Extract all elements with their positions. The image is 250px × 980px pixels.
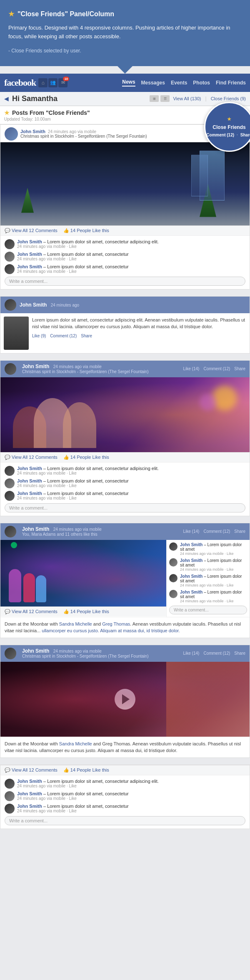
messages-nav-icon[interactable]: ✉ 10 — [58, 78, 68, 87]
nav-photos[interactable]: Photos — [193, 80, 210, 86]
post3-view-comments[interactable]: 💬 View All 12 Comments — [5, 455, 58, 460]
comment-text-2: – Lorem ipsum dolor sit amet, consectetu… — [43, 252, 129, 257]
nav-find-friends[interactable]: Find Friends — [216, 80, 246, 86]
post4-view-comments[interactable]: 💬 View All 12 Comments — [5, 609, 58, 614]
comment-author-3[interactable]: John Smith — [17, 264, 42, 269]
c3-like-1[interactable]: Like — [69, 471, 77, 475]
comment-row: John Smith – Lorem ipsum dolor sit amet,… — [5, 779, 245, 789]
comment-icon: 💬 — [5, 228, 10, 233]
c3-author-2[interactable]: John Smith — [17, 478, 42, 483]
c6-author-2[interactable]: John Smith — [17, 791, 42, 796]
c6-like-3[interactable]: Like — [69, 809, 77, 813]
post2-like[interactable]: Like (9) — [32, 334, 46, 338]
post5-share[interactable]: Share — [234, 651, 245, 656]
post4-image-side: 💬 View All 12 Comments 👍 14 People Like … — [0, 540, 166, 617]
c3-author-3[interactable]: John Smith — [17, 491, 42, 496]
posts-header: ★ Posts From "Close Friends" Updated Tod… — [0, 106, 250, 124]
post2-author[interactable]: John Smith — [20, 302, 47, 308]
comment-row: John Smith – Lorem ipsum dolor sit amet … — [169, 542, 247, 556]
view-all-link[interactable]: View All (130) — [173, 96, 201, 101]
c4-author-3[interactable]: John Smith — [180, 574, 202, 579]
post3-header: John Smith 24 minutes ago via mobile Chr… — [0, 361, 250, 377]
message-badge: 10 — [63, 77, 69, 81]
c6-like-1[interactable]: Like — [69, 784, 77, 788]
c6-author-3[interactable]: John Smith — [17, 804, 42, 809]
post3-author[interactable]: John Smith — [22, 364, 49, 369]
post6-write-comment[interactable]: Write a comment... — [5, 816, 245, 825]
featured-author[interactable]: John Smith — [20, 129, 45, 134]
post6-view-comments[interactable]: 💬 View All 12 Comments — [5, 767, 58, 773]
post3-like-count[interactable]: 👍 14 People Like this — [63, 455, 109, 460]
post2-comment[interactable]: Comment (12) — [50, 334, 77, 338]
c4-author-2[interactable]: John Smith — [180, 558, 202, 563]
post6-comments: John Smith – Lorem ipsum dolor sit amet,… — [0, 775, 250, 829]
comment-row: John Smith – Lorem ipsum dolor sit amet … — [169, 574, 247, 587]
c6-author-1[interactable]: John Smith — [17, 779, 42, 784]
close-friends-nav-link[interactable]: Close Friends (9) — [211, 96, 246, 101]
post4-like-count[interactable]: 👍 14 People Like this — [63, 609, 109, 614]
c4-like-3[interactable]: Like — [227, 583, 234, 587]
write-comment-input[interactable]: Write a comment... — [5, 277, 245, 286]
post4-read-more[interactable]: ullamcorper eu cursus justo. Aliquam at … — [42, 628, 180, 633]
nav-news[interactable]: News — [122, 79, 135, 87]
like-link-1[interactable]: Like — [69, 244, 77, 249]
post5-like[interactable]: Like (14) — [183, 651, 200, 656]
post4-tag-greg[interactable]: Greg Thomas — [102, 621, 130, 626]
c4-author-1[interactable]: John Smith — [180, 542, 202, 547]
post4-split-comments: John Smith – Lorem ipsum dolor sit amet … — [167, 540, 250, 617]
list-view-btn[interactable]: ☰ — [160, 95, 170, 102]
c4-author-4[interactable]: John Smith — [180, 590, 202, 594]
comment-row: John Smith – Lorem ipsum dolor sit amet … — [169, 590, 247, 603]
post5-tag-sandra[interactable]: Sandra Michelle — [59, 741, 92, 746]
hero-title: ★ "Close Friends" Panel/Column — [8, 10, 242, 18]
grid-view-btn[interactable]: ⊞ — [150, 95, 159, 102]
facebook-logo: facebook — [4, 77, 36, 88]
nav-events[interactable]: Events — [171, 80, 187, 86]
like-icon: 👍 — [63, 228, 69, 233]
view-comments-action[interactable]: 💬 View All 12 Comments — [5, 228, 58, 233]
comment-author-1[interactable]: John Smith — [17, 239, 42, 244]
home-nav-icon[interactable]: ⌂ — [38, 78, 48, 87]
like-link-3[interactable]: Like — [69, 269, 77, 274]
post3-comment-action[interactable]: Comment (12) — [203, 366, 230, 371]
post3-like-action[interactable]: Like (14) — [183, 366, 200, 371]
post3-share-action[interactable]: Share — [234, 366, 245, 371]
c6-like-2[interactable]: Like — [69, 796, 77, 801]
divider-2 — [0, 357, 250, 360]
comment-avatar-1 — [5, 239, 15, 249]
like-action[interactable]: 👍 14 People Like this — [63, 228, 109, 233]
post5-author[interactable]: John Smith — [22, 648, 49, 654]
c3-author-1[interactable]: John Smith — [17, 466, 42, 471]
c4-like-4[interactable]: Like — [227, 599, 234, 603]
post5-comment[interactable]: Comment (12) — [203, 651, 230, 656]
c4-like-1[interactable]: Like — [227, 552, 234, 556]
cf-share-link[interactable]: Share — [240, 133, 250, 137]
post3-write-comment[interactable]: Write a comment... — [5, 503, 245, 512]
post4-share[interactable]: Share — [234, 529, 245, 534]
comment-author-2[interactable]: John Smith — [17, 252, 42, 257]
post2-share[interactable]: Share — [81, 334, 92, 338]
post4-card: John Smith 24 minutes ago via mobile You… — [0, 523, 250, 638]
c3-like-2[interactable]: Like — [69, 483, 77, 488]
friends-nav-icon[interactable]: 👥 — [48, 78, 58, 87]
nav-messages[interactable]: Messages — [141, 80, 165, 86]
back-icon[interactable]: ◀ — [4, 95, 9, 102]
cf-title: Close Friends — [212, 124, 245, 130]
like-link-2[interactable]: Like — [69, 257, 77, 261]
c4-like-2[interactable]: Like — [227, 567, 234, 572]
comment-row: John Smith – Lorem ipsum dolor sit amet,… — [5, 239, 245, 249]
post6-like-count[interactable]: 👍 14 People Like this — [63, 767, 109, 773]
featured-time: 24 minutes ago via mobile — [48, 129, 96, 134]
comment-avatar-2 — [5, 252, 15, 262]
post4-comment[interactable]: Comment (12) — [203, 529, 230, 534]
featured-post-image — [0, 142, 250, 225]
c3-avatar-3 — [5, 491, 15, 501]
post4-like[interactable]: Like (14) — [183, 529, 200, 534]
post4-tag-sandra[interactable]: Sandra Michelle — [59, 621, 92, 626]
cf-comment-link[interactable]: Comment (12) — [206, 133, 234, 137]
cf-actions: Comment (12) · Share — [206, 133, 250, 137]
post4-write-comment[interactable]: Write a comment... — [169, 606, 247, 614]
post4-author[interactable]: John Smith — [22, 526, 49, 532]
c3-like-3[interactable]: Like — [69, 496, 77, 500]
greeting: Hi Samantha — [12, 94, 146, 103]
